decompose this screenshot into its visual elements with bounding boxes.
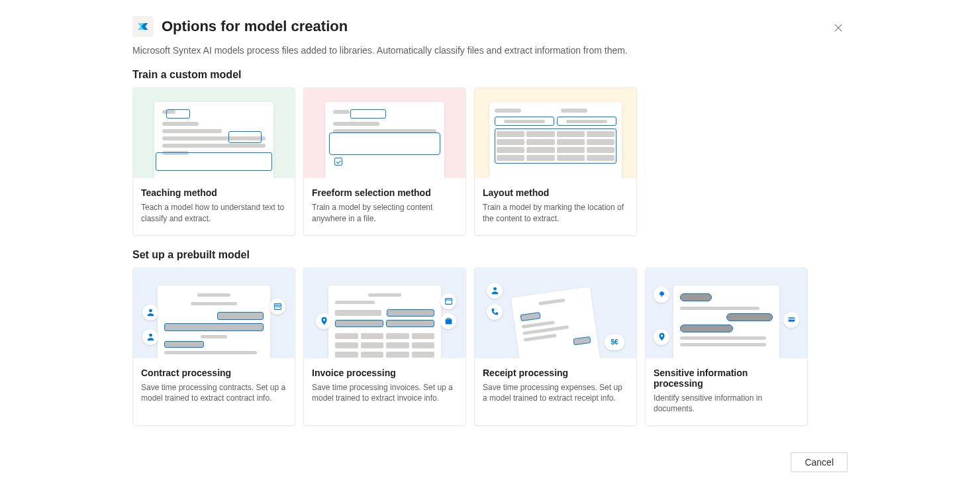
dialog-subtitle: Microsoft Syntex AI models process files… (132, 45, 848, 56)
card-invoice-processing[interactable]: Invoice processing Save time processing … (303, 268, 466, 427)
card-title: Sensitive information processing (654, 368, 799, 389)
svg-point-1 (149, 334, 152, 337)
card-title: Layout method (483, 187, 628, 198)
person-icon (142, 329, 158, 345)
svg-rect-5 (277, 307, 278, 308)
section-prebuilt-title: Set up a prebuilt model (132, 249, 848, 261)
card-title: Receipt processing (483, 368, 628, 378)
card-desc: Train a model by selecting content anywh… (312, 202, 458, 225)
close-button[interactable] (829, 19, 848, 37)
briefcase-icon (440, 313, 456, 329)
svg-rect-11 (447, 319, 450, 320)
card-teaching-method[interactable]: Teaching method Teach a model how to und… (132, 87, 295, 236)
card-receipt-processing[interactable]: $€ Receipt processing Save time processi… (474, 268, 637, 427)
card-desc: Save time processing contracts. Set up a… (141, 382, 287, 405)
credit-card-icon (783, 312, 799, 328)
card-title: Freeform selection method (312, 187, 458, 198)
prebuilt-model-row: Contract processing Save time processing… (132, 268, 848, 427)
svg-rect-6 (279, 307, 280, 308)
card-layout-method[interactable]: Layout method Train a model by marking t… (474, 87, 637, 236)
person-icon (487, 283, 503, 299)
card-contract-processing[interactable]: Contract processing Save time processing… (132, 268, 295, 427)
phone-icon (487, 304, 503, 320)
card-freeform-method[interactable]: Freeform selection method Train a model … (303, 87, 466, 236)
card-desc: Save time processing invoices. Set up a … (312, 382, 458, 405)
freeform-thumb (304, 88, 466, 178)
fingerprint-icon (654, 287, 669, 303)
card-desc: Teach a model how to understand text to … (141, 202, 287, 225)
card-title: Invoice processing (312, 368, 458, 378)
card-desc: Train a model by marking the location of… (483, 202, 628, 225)
teaching-thumb (133, 88, 295, 178)
section-custom-title: Train a custom model (132, 69, 848, 81)
svg-rect-4 (275, 307, 277, 308)
syntex-icon (132, 16, 154, 37)
invoice-thumb (304, 268, 466, 358)
svg-point-12 (493, 287, 497, 291)
location-icon (654, 329, 669, 345)
custom-model-row: Teaching method Teach a model how to und… (132, 87, 848, 236)
card-sensitive-info-processing[interactable]: Sensitive information processing Identif… (645, 268, 808, 427)
contract-thumb (133, 268, 295, 358)
location-icon (316, 313, 332, 329)
card-title: Contract processing (141, 368, 287, 378)
dialog-header: Options for model creation (132, 16, 848, 37)
dialog-footer: Cancel (0, 439, 980, 485)
card-desc: Save time processing expenses. Set up a … (483, 382, 628, 405)
dialog-title: Options for model creation (162, 18, 348, 35)
card-title: Teaching method (141, 187, 287, 198)
receipt-thumb: $€ (475, 268, 636, 358)
cancel-button[interactable]: Cancel (791, 452, 848, 472)
calendar-icon (270, 299, 285, 315)
layout-thumb (475, 88, 636, 178)
sensitive-thumb (646, 268, 807, 358)
person-icon (142, 305, 158, 321)
svg-point-7 (322, 319, 324, 321)
card-desc: Identify sensitive information in docume… (654, 393, 799, 415)
currency-icon: $€ (605, 334, 624, 350)
svg-point-0 (149, 309, 152, 313)
svg-point-15 (660, 334, 662, 336)
close-icon (834, 23, 843, 32)
model-creation-dialog: Options for model creation Microsoft Syn… (0, 0, 980, 426)
calendar-icon (440, 293, 456, 309)
svg-rect-14 (788, 319, 795, 320)
svg-rect-8 (445, 299, 452, 305)
